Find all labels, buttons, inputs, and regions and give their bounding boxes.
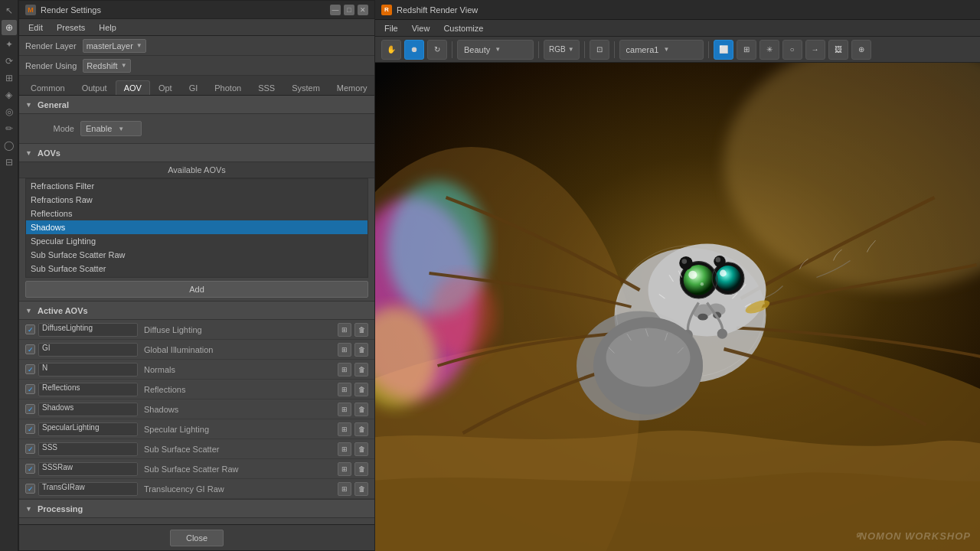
available-aov-item[interactable]: Sub Surface Scatter Raw: [26, 248, 368, 262]
aov-name-field[interactable]: Shadows: [38, 403, 138, 416]
tab-sss[interactable]: SSS: [250, 80, 283, 95]
aov-name-field[interactable]: DiffuseLighting: [38, 323, 138, 337]
render-using-dropdown[interactable]: Redshift ▼: [83, 59, 130, 73]
close-button[interactable]: ✕: [358, 5, 368, 15]
menu-edit[interactable]: Edit: [22, 21, 49, 34]
toolbar-icon-arrow[interactable]: ↖: [2, 3, 17, 18]
available-aovs-list[interactable]: Refractions FilterRefractions RawReflect…: [25, 178, 368, 278]
toolbar-icon-layers[interactable]: ⊟: [2, 155, 17, 170]
aov-delete-button[interactable]: 🗑: [354, 383, 368, 396]
aov-name-field[interactable]: GI: [38, 343, 138, 357]
aov-copy-button[interactable]: ⊞: [338, 363, 351, 377]
rv-menu-file[interactable]: File: [378, 22, 404, 34]
aovs-section-header[interactable]: ▼ AOVs: [19, 144, 374, 162]
aov-name-field[interactable]: SpecularLighting: [38, 422, 138, 436]
available-aov-item[interactable]: Sub Surface Scatter: [26, 262, 368, 276]
rv-tool-star[interactable]: ✳: [760, 40, 779, 60]
aov-checkbox[interactable]: ✓: [25, 384, 35, 394]
aov-checkbox[interactable]: ✓: [25, 404, 35, 414]
toolbar-icon-circle[interactable]: ◯: [2, 138, 17, 153]
tab-opt[interactable]: Opt: [150, 80, 181, 95]
aov-delete-button[interactable]: 🗑: [354, 403, 368, 416]
toolbar-icon-transform[interactable]: ✦: [2, 37, 17, 52]
rv-tool-pan[interactable]: ✋: [381, 40, 401, 60]
available-aov-item[interactable]: Reflections: [26, 207, 368, 220]
processing-section-header[interactable]: ▼ Processing: [19, 500, 374, 518]
aov-name-field[interactable]: TransGIRaw: [38, 482, 138, 496]
toolbar-icon-select[interactable]: ⊕: [2, 20, 17, 35]
rv-tool-blue1[interactable]: ⬜: [714, 40, 733, 60]
tab-system[interactable]: System: [283, 80, 328, 95]
rv-camera-dropdown[interactable]: camera1 ▼: [619, 40, 704, 60]
panel-content[interactable]: ▼ General Mode Enable ▼ ▼ AOVs Available…: [19, 96, 374, 524]
aov-copy-button[interactable]: ⊞: [338, 422, 351, 436]
aov-copy-button[interactable]: ⊞: [338, 343, 351, 357]
aov-label-text: Sub Surface Scatter Raw: [141, 465, 335, 474]
render-layer-dropdown[interactable]: masterLayer ▼: [83, 39, 146, 53]
aov-checkbox[interactable]: ✓: [25, 464, 35, 474]
active-aov-row: ✓ TransGIRaw Translucency GI Raw ⊞ 🗑: [19, 479, 374, 499]
aov-delete-button[interactable]: 🗑: [354, 363, 368, 377]
tab-photon[interactable]: Photon: [206, 80, 250, 95]
aov-copy-button[interactable]: ⊞: [338, 462, 351, 476]
toolbar-icon-paint[interactable]: ✏: [2, 121, 17, 136]
tab-memory[interactable]: Memory: [328, 80, 376, 95]
close-panel-button[interactable]: Close: [170, 530, 224, 546]
available-aov-item[interactable]: Specular Lighting: [26, 234, 368, 248]
rv-tool-circle[interactable]: ○: [782, 40, 802, 60]
available-aov-item[interactable]: Shadows: [26, 220, 368, 234]
aov-delete-button[interactable]: 🗑: [354, 482, 368, 496]
rv-tool-plus[interactable]: ⊕: [851, 40, 871, 60]
aov-name-field[interactable]: SSS: [38, 442, 138, 456]
add-aov-button[interactable]: Add: [25, 281, 368, 298]
rv-tool-grid[interactable]: ⊞: [737, 40, 756, 60]
available-aov-item[interactable]: Refractions Raw: [26, 193, 368, 207]
mode-dropdown[interactable]: Enable ▼: [80, 121, 142, 136]
aov-checkbox[interactable]: ✓: [25, 344, 35, 354]
menu-presets[interactable]: Presets: [51, 21, 91, 34]
rv-channels-dropdown[interactable]: RGB ▼: [544, 40, 580, 60]
aov-delete-button[interactable]: 🗑: [354, 442, 368, 456]
aov-copy-button[interactable]: ⊞: [338, 442, 351, 456]
rv-beauty-dropdown[interactable]: Beauty ▼: [457, 40, 534, 60]
active-aovs-header[interactable]: ▼ Active AOVs: [19, 302, 374, 320]
minimize-button[interactable]: —: [330, 5, 341, 15]
available-aov-item[interactable]: Total Diffuse Lighting Raw: [26, 276, 368, 278]
aov-checkbox[interactable]: ✓: [25, 364, 35, 374]
rv-tool-crop[interactable]: ⊡: [590, 40, 609, 60]
aov-name-field[interactable]: SSSRaw: [38, 462, 138, 476]
aov-checkbox[interactable]: ✓: [25, 324, 35, 334]
aov-delete-button[interactable]: 🗑: [354, 422, 368, 436]
aov-checkbox[interactable]: ✓: [25, 444, 35, 454]
toolbar-icon-rotate[interactable]: ⟳: [2, 54, 17, 69]
aov-delete-button[interactable]: 🗑: [354, 323, 368, 337]
rv-tool-arrow-right[interactable]: →: [805, 40, 825, 60]
rv-camera-label: camera1: [626, 45, 659, 54]
toolbar-icon-scale[interactable]: ⊞: [2, 70, 17, 86]
aov-name-field[interactable]: N: [38, 363, 138, 377]
menu-help[interactable]: Help: [93, 21, 122, 34]
aov-copy-button[interactable]: ⊞: [338, 383, 351, 396]
aov-name-field[interactable]: Reflections: [38, 383, 138, 396]
aov-copy-button[interactable]: ⊞: [338, 323, 351, 337]
tab-common[interactable]: Common: [22, 80, 74, 95]
rv-tool-render[interactable]: ⏺: [404, 40, 424, 60]
toolbar-icon-snap[interactable]: ◈: [2, 87, 17, 103]
aov-checkbox[interactable]: ✓: [25, 424, 35, 434]
rv-tool-refresh[interactable]: ↻: [427, 40, 447, 60]
tab-gi[interactable]: GI: [181, 80, 207, 95]
tab-aov[interactable]: AOV: [116, 80, 150, 95]
aov-delete-button[interactable]: 🗑: [354, 462, 368, 476]
rv-tool-image[interactable]: 🖼: [828, 40, 848, 60]
available-aov-item[interactable]: Refractions Filter: [26, 179, 368, 193]
toolbar-icon-soft[interactable]: ◎: [2, 104, 17, 119]
tab-output[interactable]: Output: [74, 80, 116, 95]
general-section-header[interactable]: ▼ General: [19, 96, 374, 114]
rv-menu-view[interactable]: View: [406, 22, 436, 34]
maximize-button[interactable]: □: [344, 5, 354, 15]
aov-delete-button[interactable]: 🗑: [354, 343, 368, 357]
aov-copy-button[interactable]: ⊞: [338, 403, 351, 416]
aov-checkbox[interactable]: ✓: [25, 484, 35, 494]
rv-menu-customize[interactable]: Customize: [437, 22, 489, 34]
aov-copy-button[interactable]: ⊞: [338, 482, 351, 496]
